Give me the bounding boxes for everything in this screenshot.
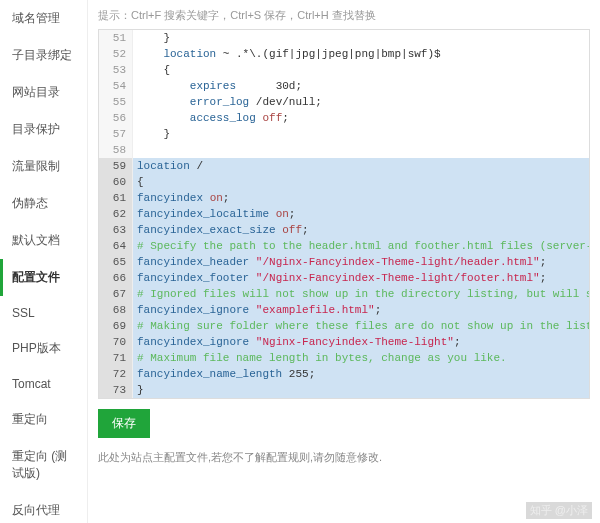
save-button[interactable]: 保存 xyxy=(98,409,150,438)
sidebar-item-5[interactable]: 伪静态 xyxy=(0,185,87,222)
code-line[interactable]: 54 expires 30d; xyxy=(99,78,589,94)
code-line[interactable]: 52 location ~ .*\.(gif|jpg|jpeg|png|bmp|… xyxy=(99,46,589,62)
line-number: 73 xyxy=(99,382,133,398)
sidebar-item-8[interactable]: SSL xyxy=(0,296,87,330)
code-text[interactable]: } xyxy=(133,382,589,398)
code-text[interactable]: fancyindex_header "/Nginx-Fancyindex-The… xyxy=(133,254,589,270)
line-number: 52 xyxy=(99,46,133,62)
sidebar-item-13[interactable]: 反向代理 xyxy=(0,492,87,523)
sidebar: 域名管理子目录绑定网站目录目录保护流量限制伪静态默认文档配置文件SSLPHP版本… xyxy=(0,0,88,523)
sidebar-item-12[interactable]: 重定向 (测试版) xyxy=(0,438,87,492)
code-line[interactable]: 51 } xyxy=(99,30,589,46)
line-number: 69 xyxy=(99,318,133,334)
line-number: 57 xyxy=(99,126,133,142)
code-text[interactable]: # Making sure folder where these files a… xyxy=(133,318,589,334)
code-text[interactable]: location / xyxy=(133,158,589,174)
main-panel: 提示：Ctrl+F 搜索关键字，Ctrl+S 保存，Ctrl+H 查找替换 51… xyxy=(88,0,600,523)
line-number: 64 xyxy=(99,238,133,254)
code-text[interactable]: { xyxy=(133,62,589,78)
sidebar-item-9[interactable]: PHP版本 xyxy=(0,330,87,367)
sidebar-item-10[interactable]: Tomcat xyxy=(0,367,87,401)
code-text[interactable]: error_log /dev/null; xyxy=(133,94,589,110)
code-text[interactable]: fancyindex_footer "/Nginx-Fancyindex-The… xyxy=(133,270,589,286)
code-text[interactable]: location ~ .*\.(gif|jpg|jpeg|png|bmp|swf… xyxy=(133,46,589,62)
code-text[interactable]: # Specify the path to the header.html an… xyxy=(133,238,589,254)
code-text[interactable]: fancyindex_ignore "Nginx-Fancyindex-Them… xyxy=(133,334,589,350)
code-line[interactable]: 56 access_log off; xyxy=(99,110,589,126)
line-number: 60 xyxy=(99,174,133,190)
sidebar-item-11[interactable]: 重定向 xyxy=(0,401,87,438)
line-number: 71 xyxy=(99,350,133,366)
sidebar-item-7[interactable]: 配置文件 xyxy=(0,259,87,296)
sidebar-item-0[interactable]: 域名管理 xyxy=(0,0,87,37)
code-text[interactable]: # Ignored files will not show up in the … xyxy=(133,286,589,302)
code-line[interactable]: 60{ xyxy=(99,174,589,190)
code-text[interactable]: fancyindex_localtime on; xyxy=(133,206,589,222)
code-line[interactable]: 57 } xyxy=(99,126,589,142)
line-number: 51 xyxy=(99,30,133,46)
code-text[interactable]: fancyindex_ignore "examplefile.html"; xyxy=(133,302,589,318)
code-editor[interactable]: 51 }52 location ~ .*\.(gif|jpg|jpeg|png|… xyxy=(98,29,590,399)
code-line[interactable]: 55 error_log /dev/null; xyxy=(99,94,589,110)
code-line[interactable]: 72fancyindex_name_length 255; xyxy=(99,366,589,382)
sidebar-item-3[interactable]: 目录保护 xyxy=(0,111,87,148)
code-text[interactable]: fancyindex_name_length 255; xyxy=(133,366,589,382)
code-line[interactable]: 68fancyindex_ignore "examplefile.html"; xyxy=(99,302,589,318)
line-number: 54 xyxy=(99,78,133,94)
sidebar-item-1[interactable]: 子目录绑定 xyxy=(0,37,87,74)
code-line[interactable]: 66fancyindex_footer "/Nginx-Fancyindex-T… xyxy=(99,270,589,286)
hint-text: 提示：Ctrl+F 搜索关键字，Ctrl+S 保存，Ctrl+H 查找替换 xyxy=(98,8,590,23)
line-number: 66 xyxy=(99,270,133,286)
code-line[interactable]: 61fancyindex on; xyxy=(99,190,589,206)
code-line[interactable]: 65fancyindex_header "/Nginx-Fancyindex-T… xyxy=(99,254,589,270)
code-line[interactable]: 62fancyindex_localtime on; xyxy=(99,206,589,222)
sidebar-item-4[interactable]: 流量限制 xyxy=(0,148,87,185)
line-number: 70 xyxy=(99,334,133,350)
code-text[interactable]: expires 30d; xyxy=(133,78,589,94)
code-line[interactable]: 59location / xyxy=(99,158,589,174)
code-line[interactable]: 69# Making sure folder where these files… xyxy=(99,318,589,334)
code-line[interactable]: 71# Maximum file name length in bytes, c… xyxy=(99,350,589,366)
line-number: 55 xyxy=(99,94,133,110)
code-text[interactable] xyxy=(133,142,589,158)
line-number: 61 xyxy=(99,190,133,206)
line-number: 59 xyxy=(99,158,133,174)
watermark: 知乎 @小泽 xyxy=(526,502,592,519)
line-number: 63 xyxy=(99,222,133,238)
code-text[interactable]: # Maximum file name length in bytes, cha… xyxy=(133,350,589,366)
line-number: 62 xyxy=(99,206,133,222)
code-line[interactable]: 58 xyxy=(99,142,589,158)
code-text[interactable]: { xyxy=(133,174,589,190)
code-line[interactable]: 70fancyindex_ignore "Nginx-Fancyindex-Th… xyxy=(99,334,589,350)
sidebar-item-6[interactable]: 默认文档 xyxy=(0,222,87,259)
code-line[interactable]: 63fancyindex_exact_size off; xyxy=(99,222,589,238)
code-line[interactable]: 53 { xyxy=(99,62,589,78)
code-text[interactable]: fancyindex_exact_size off; xyxy=(133,222,589,238)
sidebar-item-2[interactable]: 网站目录 xyxy=(0,74,87,111)
code-text[interactable]: access_log off; xyxy=(133,110,589,126)
line-number: 58 xyxy=(99,142,133,158)
line-number: 68 xyxy=(99,302,133,318)
code-line[interactable]: 64# Specify the path to the header.html … xyxy=(99,238,589,254)
code-line[interactable]: 67# Ignored files will not show up in th… xyxy=(99,286,589,302)
code-text[interactable]: } xyxy=(133,126,589,142)
line-number: 65 xyxy=(99,254,133,270)
line-number: 72 xyxy=(99,366,133,382)
line-number: 53 xyxy=(99,62,133,78)
code-line[interactable]: 73} xyxy=(99,382,589,398)
line-number: 56 xyxy=(99,110,133,126)
code-text[interactable]: fancyindex on; xyxy=(133,190,589,206)
line-number: 67 xyxy=(99,286,133,302)
config-warning: 此处为站点主配置文件,若您不了解配置规则,请勿随意修改. xyxy=(98,450,590,465)
code-text[interactable]: } xyxy=(133,30,589,46)
